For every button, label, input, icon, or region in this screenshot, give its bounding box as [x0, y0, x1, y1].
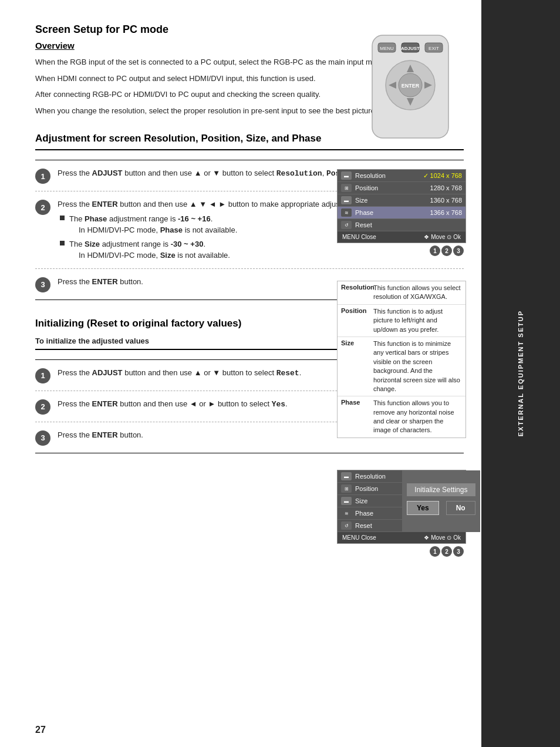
page-container: Screen Setup for PC mode Overview When t… — [0, 0, 560, 747]
init-res-label: Resolution — [355, 473, 399, 480]
init-dialog-title: Initialize Settings — [407, 483, 475, 496]
step-number-3: 3 — [35, 277, 50, 292]
bullet-2-sub: In HDMI/DVI-PC mode, Size is not availab… — [79, 250, 230, 261]
info-table: Resolution This function allows you sele… — [337, 281, 466, 438]
info-row-size: Size This function is to minimize any ve… — [338, 337, 465, 396]
init-menu-row-reset[interactable]: ↺ Reset — [338, 520, 402, 532]
sidebar-label: EXTERNAL EQUIPMENT SETUP — [517, 310, 524, 436]
step-circles-2: 1 2 3 — [337, 546, 464, 557]
info-value-position: This function is to adjust picture to le… — [373, 307, 462, 334]
phase-menu-label: Phase — [355, 209, 430, 216]
phase-bold-2: Phase — [160, 226, 183, 234]
bullet-2-text: The Size adjustment range is -30 ~ +30. … — [69, 238, 230, 261]
init-reset-label: Reset — [355, 522, 399, 529]
info-label-phase: Phase — [341, 399, 373, 435]
enter-bold-3: ENTER — [92, 277, 118, 286]
init-dialog-buttons: Yes No — [407, 501, 475, 515]
init-dialog-area: Initialize Settings Yes No — [402, 470, 480, 532]
right-sidebar: EXTERNAL EQUIPMENT SETUP — [481, 0, 560, 747]
svg-text:ENTER: ENTER — [402, 83, 420, 89]
svg-text:EXIT: EXIT — [429, 46, 439, 51]
menu-panel-2-container: ▬ Resolution ⊞ Position ▬ Size ≋ Phase ↺ — [337, 470, 466, 557]
init-step-number-3: 3 — [35, 430, 50, 446]
init-step-number-2: 2 — [35, 399, 50, 415]
page-number: 27 — [35, 725, 46, 735]
step-circle-2c: 3 — [453, 546, 464, 557]
bullet-1-text: The Phase adjustment range is -16 ~ +16.… — [69, 213, 237, 236]
phase-icon: ≋ — [341, 208, 352, 217]
info-value-resolution: This function allows you select resoluti… — [373, 284, 462, 302]
resolution-menu: ▬ Resolution ✓ 1024 x 768 ⊞ Position 128… — [337, 169, 466, 243]
phase-value: 1366 x 768 — [430, 209, 462, 216]
info-table-container: Resolution This function allows you sele… — [337, 276, 466, 438]
position-label: Position — [355, 184, 430, 191]
size-value: 1360 x 768 — [430, 197, 462, 204]
menu-row-resolution[interactable]: ▬ Resolution ✓ 1024 x 768 — [338, 170, 465, 182]
resolution-value: ✓ 1024 x 768 — [423, 172, 463, 180]
svg-text:ADJUST: ADJUST — [401, 46, 420, 51]
resolution-label: Resolution — [355, 172, 423, 179]
enter-bold-2: ENTER — [92, 200, 118, 208]
step-circle-1b: 2 — [441, 245, 452, 256]
step-circle-1c: 3 — [453, 245, 464, 256]
yes-bold: Yes — [272, 400, 285, 409]
size-label: Size — [355, 197, 430, 204]
step-circles-1: 1 2 3 — [337, 245, 464, 256]
resolution-icon: ▬ — [341, 171, 352, 180]
phase-range: -16 ~ +16 — [178, 214, 211, 223]
position-value: 1280 x 768 — [430, 184, 462, 191]
size-bold-2: Size — [160, 251, 176, 260]
init-pos-label: Position — [355, 485, 399, 492]
init-dialog: Initialize Settings Yes No — [407, 483, 475, 520]
menu-row-phase[interactable]: ≋ Phase 1366 x 768 — [338, 207, 465, 219]
menu-nav-2: ❖ Move ⊙ Ok — [424, 534, 461, 541]
init-menu-row-resolution[interactable]: ▬ Resolution — [338, 470, 402, 483]
adjust-bold-init1: ADJUST — [92, 368, 123, 377]
step-number-2: 2 — [35, 200, 50, 215]
remote-control: MENU ADJUST EXIT ENTER — [360, 32, 460, 141]
menu-row-position[interactable]: ⊞ Position 1280 x 768 — [338, 182, 465, 194]
enter-bold-init3: ENTER — [92, 430, 118, 439]
init-step-number-1: 1 — [35, 368, 50, 383]
step-circle-1a: 1 — [430, 245, 440, 256]
menu-footer-1: MENU Close ❖ Move ⊙ Ok — [338, 231, 465, 243]
menu-footer-2: MENU Close ❖ Move ⊙ Ok — [338, 532, 465, 543]
init-menu-row-phase[interactable]: ≋ Phase — [338, 507, 402, 520]
info-value-phase: This function allows you to remove any h… — [373, 399, 462, 435]
menu-close-1: MENU Close — [342, 234, 376, 240]
menu-row-size[interactable]: ▬ Size 1360 x 768 — [338, 194, 465, 207]
bullet-1-sub: In HDMI/DVI-PC mode, Phase is not availa… — [79, 224, 237, 236]
phase-bold-1: Phase — [85, 214, 107, 223]
init-menu: ▬ Resolution ⊞ Position ▬ Size ≋ Phase ↺ — [337, 470, 466, 544]
info-label-size: Size — [341, 339, 373, 393]
init-menu-row-position[interactable]: ⊞ Position — [338, 483, 402, 495]
svg-text:MENU: MENU — [380, 46, 394, 51]
size-range: -30 ~ +30 — [171, 240, 204, 248]
menu-row-reset[interactable]: ↺ Reset — [338, 219, 465, 231]
bullet-square-2 — [60, 241, 65, 245]
reset-label: Reset — [355, 221, 462, 228]
init-size-label: Size — [355, 497, 399, 504]
init-pos-icon: ⊞ — [341, 484, 352, 493]
bullet-square-1 — [60, 216, 65, 220]
menu-nav-1: ❖ Move ⊙ Ok — [424, 234, 461, 240]
yes-button[interactable]: Yes — [407, 501, 439, 515]
position-icon: ⊞ — [341, 184, 352, 192]
reset-bold: Reset — [276, 369, 299, 378]
init-menu-rows: ▬ Resolution ⊞ Position ▬ Size ≋ Phase ↺ — [338, 470, 402, 532]
info-value-size: This function is to minimize any vertica… — [373, 339, 462, 393]
step-circle-2a: 1 — [430, 546, 440, 557]
reset-icon: ↺ — [341, 221, 352, 229]
size-icon: ▬ — [341, 196, 352, 204]
info-label-resolution: Resolution — [341, 284, 373, 302]
info-row-phase: Phase This function allows you to remove… — [338, 396, 465, 438]
step-circle-2b: 2 — [441, 546, 452, 557]
init-reset-icon: ↺ — [341, 521, 352, 530]
adjust-bold-1: ADJUST — [92, 169, 123, 177]
size-bold-1: Size — [85, 240, 100, 248]
info-label-position: Position — [341, 307, 373, 334]
no-button[interactable]: No — [446, 501, 475, 515]
init-menu-row-size[interactable]: ▬ Size — [338, 495, 402, 507]
init-phase-icon: ≋ — [341, 509, 352, 517]
init-size-icon: ▬ — [341, 497, 352, 505]
